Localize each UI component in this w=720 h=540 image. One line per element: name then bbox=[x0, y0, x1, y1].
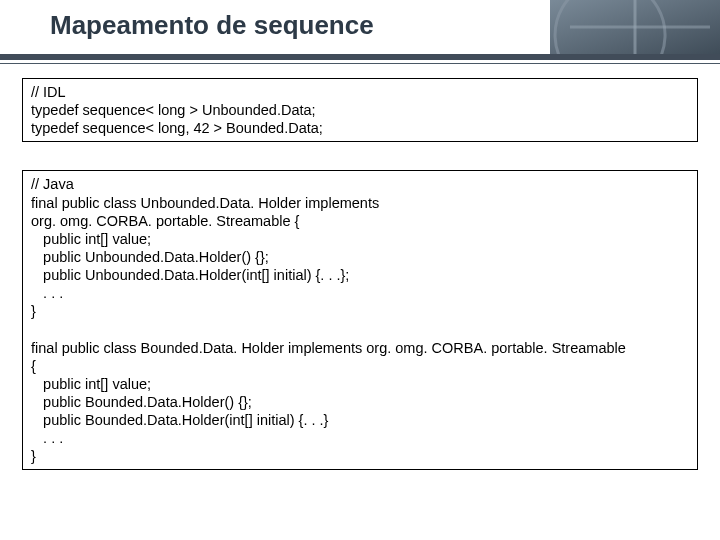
slide-content: // IDL typedef sequence< long > Unbounde… bbox=[0, 60, 720, 470]
java-code-box: // Java final public class Unbounded.Dat… bbox=[22, 170, 698, 470]
header-logo-decoration bbox=[550, 0, 720, 54]
idl-code-box: // IDL typedef sequence< long > Unbounde… bbox=[22, 78, 698, 142]
header-divider bbox=[0, 63, 720, 64]
slide-header: Mapeamento de sequence bbox=[0, 0, 720, 60]
page-title: Mapeamento de sequence bbox=[50, 10, 374, 41]
